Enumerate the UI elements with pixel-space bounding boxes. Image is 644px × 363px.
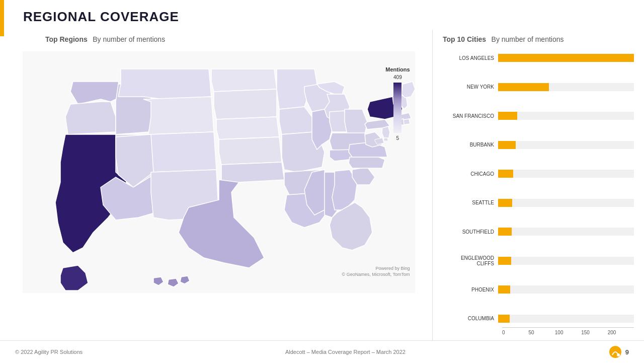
bar-row: SEATTLE [443, 196, 634, 209]
x-tick: 100 [555, 330, 581, 335]
bar-label: SAN FRANCISCO [443, 113, 498, 119]
svg-marker-14 [216, 117, 279, 139]
bar-track [498, 228, 634, 236]
svg-marker-7 [143, 97, 214, 134]
svg-marker-28 [345, 109, 367, 134]
bar-fill [498, 112, 517, 120]
bar-track [498, 83, 634, 91]
map-credit: Powered by Bing © GeoNames, Microsoft, T… [342, 265, 410, 278]
bar-fill [498, 257, 511, 265]
legend-title: Mentions [385, 66, 410, 72]
footer-report-title: Aldecott – Media Coverage Report – March… [285, 349, 406, 355]
bar-row: BURBANK [443, 138, 634, 152]
left-panel: Top Regions By number of mentions [0, 30, 433, 340]
footer-logo-area: 9 [608, 345, 629, 359]
bar-label: LOS ANGELES [443, 55, 498, 61]
chart-title: Top 10 Cities By number of mentions [443, 35, 634, 44]
svg-marker-15 [219, 137, 282, 165]
page-number: 9 [625, 348, 629, 356]
section-title: Top Regions By number of mentions [45, 35, 165, 44]
legend-max: 409 [393, 75, 402, 80]
bar-fill [498, 285, 510, 294]
bar-row: NEW YORK [443, 81, 634, 94]
bar-fill [498, 141, 516, 149]
bar-label: NEW YORK [443, 84, 498, 90]
bar-label: SEATTLE [443, 200, 498, 205]
bar-track [498, 141, 634, 149]
map-credit-line1: Powered by Bing [342, 265, 410, 272]
us-map [23, 51, 415, 293]
bar-track [498, 170, 634, 178]
bar-label: COLUMBIA [443, 316, 498, 321]
bar-row: COLUMBIA [443, 312, 634, 325]
bar-chart: LOS ANGELESNEW YORKSAN FRANCISCOBURBANKC… [443, 51, 634, 325]
bar-track [498, 112, 634, 120]
bar-fill [498, 228, 512, 236]
bar-row: SAN FRANCISCO [443, 109, 634, 122]
bar-fill [498, 54, 634, 62]
map-container: Mentions 409 5 Powered by Bing © GeoName… [23, 51, 415, 293]
bar-fill [498, 315, 510, 323]
legend-gradient [393, 83, 401, 133]
bar-label: BURBANK [443, 142, 498, 148]
svg-marker-6 [118, 69, 211, 99]
svg-marker-12 [211, 69, 277, 92]
page-footer: © 2022 Agility PR Solutions Aldecott – M… [0, 340, 644, 363]
x-axis: 050100150200 [502, 327, 634, 335]
agility-logo-icon [608, 345, 622, 359]
bar-row: SOUTHFIELD [443, 225, 634, 238]
map-credit-line2: © GeoNames, Microsoft, TomTom [342, 271, 410, 278]
bar-fill [498, 170, 513, 178]
bar-fill [498, 83, 549, 91]
page-header: REGIONAL COVERAGE [0, 0, 644, 30]
bar-label: SOUTHFIELD [443, 229, 498, 235]
x-tick: 0 [502, 330, 528, 335]
bar-label: PHOENIX [443, 287, 498, 293]
map-legend: Mentions 409 5 [385, 66, 410, 141]
page: REGIONAL COVERAGE Top Regions By number … [0, 0, 644, 363]
x-tick: 50 [528, 330, 554, 335]
x-tick: 150 [581, 330, 607, 335]
bar-row: LOS ANGELES [443, 51, 634, 64]
legend-min: 5 [396, 135, 399, 141]
bar-label: CHICAGO [443, 171, 498, 177]
bar-track [498, 199, 634, 207]
bar-track [498, 257, 634, 265]
svg-marker-2 [65, 102, 116, 134]
bar-label: ENGLEWOOD CLIFFS [443, 255, 498, 266]
footer-copyright: © 2022 Agility PR Solutions [15, 349, 83, 355]
right-panel: Top 10 Cities By number of mentions LOS … [433, 30, 644, 340]
bar-track [498, 54, 634, 62]
svg-marker-8 [151, 132, 216, 172]
bar-row: PHOENIX [443, 283, 634, 296]
bar-track [498, 315, 634, 323]
page-title: REGIONAL COVERAGE [23, 9, 629, 25]
svg-point-55 [617, 353, 620, 356]
bar-track [498, 285, 634, 294]
bar-row: CHICAGO [443, 167, 634, 180]
svg-marker-13 [214, 89, 277, 119]
bar-fill [498, 199, 512, 207]
main-content: Top Regions By number of mentions [0, 30, 644, 340]
x-tick: 200 [608, 330, 634, 335]
bar-row: ENGLEWOOD CLIFFS [443, 254, 634, 267]
